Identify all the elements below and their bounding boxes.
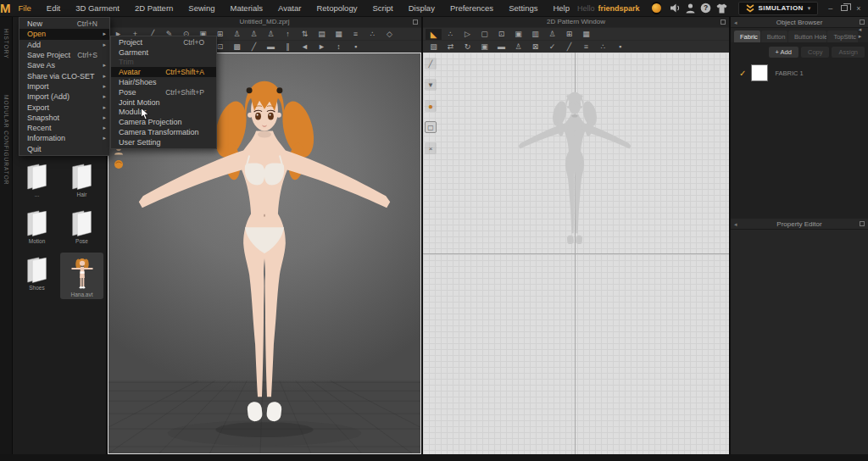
- tool-icon[interactable]: ⇅: [297, 29, 313, 40]
- tool-icon[interactable]: ♙: [544, 29, 560, 40]
- tool-icon[interactable]: ♙: [510, 42, 526, 53]
- collapse-icon[interactable]: ◂: [734, 17, 737, 28]
- tool-icon[interactable]: ≡: [578, 42, 594, 53]
- menu-item-camera-transformation[interactable]: Camera Transformation: [111, 127, 216, 137]
- menu-file[interactable]: File: [11, 0, 39, 17]
- menu-help[interactable]: Help: [545, 0, 577, 17]
- tab-fabric[interactable]: Fabric: [734, 31, 760, 42]
- menu-item-save-project[interactable]: Save ProjectCtrl+S: [19, 50, 109, 60]
- menu-item-save-as[interactable]: Save As▸: [19, 60, 109, 70]
- library-item-hana-avt[interactable]: Hana.avt: [60, 253, 103, 299]
- tool-icon[interactable]: ▬: [263, 42, 279, 53]
- tab-button[interactable]: Button: [761, 31, 787, 42]
- tab-history[interactable]: HISTORY: [3, 29, 9, 59]
- speaker-button[interactable]: [670, 2, 681, 15]
- popout-icon[interactable]: [860, 19, 865, 25]
- app-logo[interactable]: M: [0, 0, 11, 17]
- tool-icon[interactable]: ▣: [510, 29, 526, 40]
- help-button[interactable]: ?: [700, 2, 711, 15]
- tool-icon[interactable]: ↻: [459, 42, 476, 53]
- copy-button[interactable]: Copy: [801, 47, 830, 58]
- menu-item-share-via-clo-set[interactable]: Share via CLO-SET▸: [19, 70, 109, 81]
- garment-button[interactable]: [716, 2, 727, 15]
- tool-icon[interactable]: ▬: [493, 42, 509, 53]
- menu-item-avatar[interactable]: AvatarCtrl+Shift+A: [111, 67, 216, 77]
- tool-icon[interactable]: ◣: [426, 29, 442, 40]
- popout-icon[interactable]: [860, 221, 865, 226]
- tool-icon[interactable]: ⊡: [493, 29, 509, 40]
- show-hair-button[interactable]: [112, 158, 125, 170]
- tool-icon[interactable]: ▦: [331, 29, 347, 40]
- tool-icon[interactable]: ▪: [348, 42, 364, 53]
- tool-icon[interactable]: ×: [425, 142, 437, 154]
- tool-icon[interactable]: ∴: [442, 29, 459, 40]
- menu-item-add[interactable]: Add▸: [19, 40, 109, 50]
- menu-2d-pattern[interactable]: 2D Pattern: [127, 0, 181, 17]
- menu-item-user-setting[interactable]: User Setting: [111, 137, 216, 147]
- tool-icon[interactable]: ▼: [425, 79, 437, 91]
- tool-icon[interactable]: ▷: [459, 29, 476, 40]
- menu-script[interactable]: Script: [364, 0, 400, 17]
- tool-icon[interactable]: ▢: [476, 29, 492, 40]
- tool-icon[interactable]: ▦: [578, 29, 594, 40]
- username-label[interactable]: friendspark: [598, 4, 640, 13]
- pattern-2d-canvas[interactable]: ╱▼●▢×: [423, 53, 729, 454]
- tool-icon[interactable]: ≡: [348, 29, 364, 40]
- menu-item-modular[interactable]: Modular: [111, 108, 216, 118]
- menu-item-hair-shoes[interactable]: Hair/Shoes: [111, 77, 216, 87]
- tool-icon[interactable]: ♙: [229, 29, 245, 40]
- library-item-shoes[interactable]: Shoes: [15, 253, 58, 299]
- menu-item-snapshot[interactable]: Snapshot▸: [19, 113, 109, 123]
- tab-button-hole[interactable]: Button Hole: [788, 31, 826, 42]
- tool-icon[interactable]: ↑: [280, 29, 296, 40]
- tool-icon[interactable]: ▥: [527, 29, 543, 40]
- menu-item-import[interactable]: Import▸: [19, 81, 109, 92]
- add-button[interactable]: + Add: [769, 47, 798, 58]
- library-item-pose[interactable]: Pose: [60, 206, 103, 246]
- tab-scroll-arrows[interactable]: ◂ ▸: [859, 26, 866, 42]
- tab-modular-configurator[interactable]: MODULAR CONFIGURATOR: [3, 95, 9, 185]
- menu-item-information[interactable]: Information▸: [19, 133, 109, 143]
- collapse-icon[interactable]: ◂: [734, 219, 737, 230]
- tool-icon[interactable]: ╱: [246, 42, 262, 53]
- menu-item-garment[interactable]: Garment: [111, 47, 216, 58]
- menu-item-trim[interactable]: Trim: [111, 58, 216, 68]
- assign-button[interactable]: Assign: [832, 47, 865, 58]
- tool-icon[interactable]: ▤: [314, 29, 330, 40]
- tool-icon[interactable]: ∴: [364, 29, 381, 40]
- library-item--[interactable]: ...: [15, 159, 58, 199]
- tool-icon[interactable]: ►: [314, 42, 330, 53]
- tab-topstitc[interactable]: TopStitc: [827, 31, 857, 42]
- tool-icon[interactable]: ◇: [381, 29, 398, 40]
- menu-preferences[interactable]: Preferences: [442, 0, 501, 17]
- library-item-hair[interactable]: Hair: [60, 159, 103, 199]
- tool-icon[interactable]: ✓: [544, 42, 560, 53]
- popout-icon[interactable]: [413, 19, 418, 25]
- menu-3d-garment[interactable]: 3D Garment: [68, 0, 127, 17]
- menu-display[interactable]: Display: [401, 0, 442, 17]
- tool-icon[interactable]: ⇄: [442, 42, 459, 53]
- tool-icon[interactable]: ↕: [331, 42, 347, 53]
- menu-edit[interactable]: Edit: [39, 0, 68, 17]
- menu-settings[interactable]: Settings: [501, 0, 545, 17]
- menu-item-import-add-[interactable]: Import (Add)▸: [19, 92, 109, 102]
- tool-icon[interactable]: ▢: [425, 121, 437, 133]
- menu-item-open[interactable]: Open▸: [19, 29, 109, 39]
- library-item-motion[interactable]: Motion: [15, 206, 58, 246]
- tool-icon[interactable]: ∥: [280, 42, 296, 53]
- fabric-list-item[interactable]: ✓ FABRIC 1: [731, 61, 868, 85]
- tool-icon[interactable]: ⊞: [561, 29, 577, 40]
- tool-icon[interactable]: ●: [425, 100, 437, 112]
- tool-icon[interactable]: ♙: [263, 29, 279, 40]
- simulation-button[interactable]: SIMULATION ▾: [738, 2, 819, 15]
- menu-item-project[interactable]: ProjectCtrl+O: [111, 37, 216, 47]
- menu-item-quit[interactable]: Quit: [19, 144, 109, 154]
- tool-icon[interactable]: ⊠: [527, 42, 543, 53]
- menu-item-pose[interactable]: PoseCtrl+Shift+P: [111, 87, 216, 97]
- tool-icon[interactable]: ▪: [612, 42, 628, 53]
- tool-icon[interactable]: ╱: [561, 42, 577, 53]
- coin-balance-button[interactable]: [652, 2, 661, 14]
- fabric-swatch[interactable]: [751, 64, 768, 81]
- tool-icon[interactable]: ∴: [595, 42, 611, 53]
- menu-retopology[interactable]: Retopology: [309, 0, 364, 17]
